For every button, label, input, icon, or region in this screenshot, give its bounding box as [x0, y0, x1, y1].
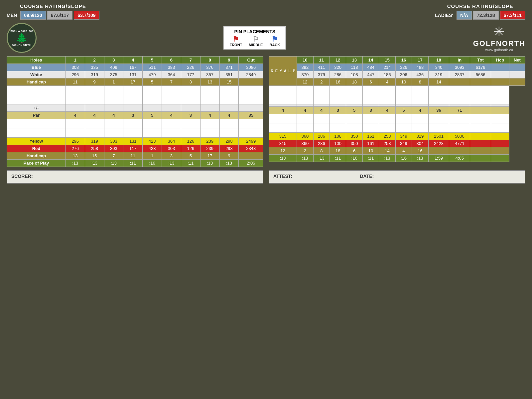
- handicap-label: Handicap: [7, 78, 66, 86]
- right-player-row-1: [269, 86, 525, 95]
- right-rating-block: COURSE RATING/SLOPE LADIES' N/A 72.3/128…: [435, 3, 525, 20]
- red-label: Red: [7, 145, 66, 152]
- ladies-red-rating: 67.3/111: [500, 11, 526, 20]
- hole-15: 15: [379, 57, 395, 64]
- golfnorth-logo: ✳ GOLFNORTH www.golfnorth.ca: [473, 24, 525, 52]
- white-label: White: [7, 71, 66, 78]
- golfnorth-website: www.golfnorth.ca: [473, 48, 525, 52]
- left-yellow-row: Yellow 296319 303131 423364 126239 29824…: [7, 138, 263, 145]
- pin-placements-box: PIN PLACEMENTS ⚑ FRONT ⚐ MIDDLE ⚑ BACK: [223, 26, 286, 50]
- left-player-row-3: [7, 119, 263, 128]
- hole-5: 5: [143, 57, 162, 64]
- left-scorecard: Holes 1 2 3 4 5 6 7 8 9 Out Blue: [7, 56, 263, 167]
- player-label: PLAYER: [269, 57, 297, 86]
- right-handicap-row: 122 1618 64 108 14: [269, 78, 525, 86]
- left-score-table: Holes 1 2 3 4 5 6 7 8 9 Out Blue: [7, 56, 263, 167]
- front-label: FRONT: [229, 43, 242, 47]
- left-plus-minus-row: +/-: [7, 104, 263, 112]
- sun-icon: ✳: [473, 24, 525, 39]
- left-pace-row: Pace of Play :13:13 :13:11 :16:13 :11:13…: [7, 160, 263, 167]
- men-gray-rating: 67.6/117: [47, 11, 73, 20]
- tree-icon: 🌲: [16, 33, 28, 44]
- right-scorecard: PLAYER 10 11 12 13 14 15 16 17 18 In Tot…: [269, 56, 525, 167]
- middle-label: MIDDLE: [249, 43, 263, 47]
- left-rating-title: COURSE RATING/SLOPE: [7, 3, 99, 9]
- footer-row: SCORER: ATTEST: DATE:: [7, 170, 525, 184]
- right-player-row-3: [269, 114, 525, 123]
- hole-18: 18: [428, 57, 449, 64]
- middle-section: IRONWOOD GC 🌲 GOLFNORTH PIN PLACEMENTS ⚑…: [7, 23, 525, 53]
- hole-hcp: Hcp: [491, 57, 509, 64]
- right-yellow-row: 315360 286108 350161 253349 3192501 5000: [269, 133, 525, 140]
- left-handicap-row: Handicap 119 117 57 313 15: [7, 78, 263, 86]
- hole-in: In: [449, 57, 470, 64]
- red-flag-icon: ⚑: [232, 36, 239, 43]
- attest-label: ATTEST:: [273, 174, 292, 179]
- hole-12: 12: [330, 57, 346, 64]
- men-label: MEN: [7, 13, 17, 18]
- pin-placements-title: PIN PLACEMENTS: [229, 29, 280, 34]
- right-par-row: 44 43 53 45 436 71: [269, 107, 525, 114]
- men-red-rating: 63.7/109: [74, 11, 99, 20]
- hole-9: 9: [219, 57, 239, 64]
- hole-8: 8: [200, 57, 219, 64]
- hole-7: 7: [181, 57, 200, 64]
- right-player-row-4: [269, 123, 525, 133]
- left-rating-row: MEN 69.9/120 67.6/117 63.7/109: [7, 11, 99, 20]
- left-player-row-2: [7, 95, 263, 104]
- right-white-row: 370379 286108 447186 306436 3192837 5686: [269, 71, 525, 78]
- right-handicap2-row: 122 818 610 144 16: [269, 147, 525, 155]
- scorer-label: SCORER:: [11, 174, 33, 179]
- scorer-box: SCORER:: [7, 170, 263, 184]
- golfnorth-brand: GOLFNORTH: [473, 39, 525, 48]
- scorecard-wrapper: Holes 1 2 3 4 5 6 7 8 9 Out Blue: [7, 56, 525, 167]
- right-holes-row: PLAYER 10 11 12 13 14 15 16 17 18 In Tot…: [269, 57, 525, 64]
- par-label: Par: [7, 112, 66, 119]
- middle-flag: ⚐ MIDDLE: [249, 36, 263, 47]
- hole-14: 14: [362, 57, 379, 64]
- right-rating-row: LADIES' N/A 72.3/128 67.3/111: [435, 11, 525, 20]
- attest-date-box: ATTEST: DATE:: [269, 170, 525, 184]
- left-white-row: White 296319 375131 479364 177357 351284…: [7, 71, 263, 78]
- hole-out: Out: [239, 57, 263, 64]
- handicap2-label: Handicap: [7, 152, 66, 160]
- right-player-row-2: [269, 95, 525, 104]
- blue-flag-icon: ⚑: [271, 36, 278, 43]
- left-player-row-1: [7, 86, 263, 95]
- ladies-label: LADIES': [435, 13, 453, 18]
- hole-4: 4: [123, 57, 143, 64]
- main-container: COURSE RATING/SLOPE MEN 69.9/120 67.6/11…: [0, 0, 532, 187]
- hole-1: 1: [66, 57, 85, 64]
- left-blue-row: Blue 308335 409167 511383 226376 3713086: [7, 64, 263, 71]
- white-flag-icon: ⚐: [252, 36, 259, 43]
- hole-3: 3: [104, 57, 123, 64]
- hole-16: 16: [395, 57, 412, 64]
- left-holes-row: Holes 1 2 3 4 5 6 7 8 9 Out: [7, 57, 263, 64]
- date-label: DATE:: [360, 174, 374, 179]
- holes-label: Holes: [7, 57, 66, 64]
- hole-13: 13: [346, 57, 362, 64]
- left-rating-block: COURSE RATING/SLOPE MEN 69.9/120 67.6/11…: [7, 3, 99, 20]
- ladies-na-rating: N/A: [457, 11, 472, 20]
- right-red-row: 315360 236100 350161 253349 3042428 4771: [269, 140, 525, 147]
- ironwood-logo: IRONWOOD GC 🌲 GOLFNORTH: [7, 23, 37, 53]
- hole-10: 10: [297, 57, 313, 64]
- header-section: COURSE RATING/SLOPE MEN 69.9/120 67.6/11…: [7, 3, 525, 20]
- hole-tot: Tot: [470, 57, 491, 64]
- left-red-row: Red 276258 303117 423303 126239 2982343: [7, 145, 263, 152]
- hole-6: 6: [162, 57, 181, 64]
- hole-net: Net: [509, 57, 525, 64]
- pace-label: Pace of Play: [7, 160, 66, 167]
- right-rating-title: COURSE RATING/SLOPE: [435, 3, 525, 9]
- right-score-table: PLAYER 10 11 12 13 14 15 16 17 18 In Tot…: [269, 56, 525, 162]
- right-pace-row: :13:13 :13:11 :16:11 :13:16 :131:59 4:05: [269, 155, 525, 162]
- left-handicap2-row: Handicap 1315 711 13 517 9: [7, 152, 263, 160]
- pin-flags-row: ⚑ FRONT ⚐ MIDDLE ⚑ BACK: [229, 36, 280, 47]
- plus-minus-label: +/-: [7, 104, 66, 112]
- blue-label: Blue: [7, 64, 66, 71]
- hole-17: 17: [412, 57, 428, 64]
- back-flag: ⚑ BACK: [269, 36, 280, 47]
- right-plus-minus-row: [269, 104, 525, 107]
- hole-2: 2: [85, 57, 104, 64]
- left-par-row: Par 44 43 54 34 435: [7, 112, 263, 119]
